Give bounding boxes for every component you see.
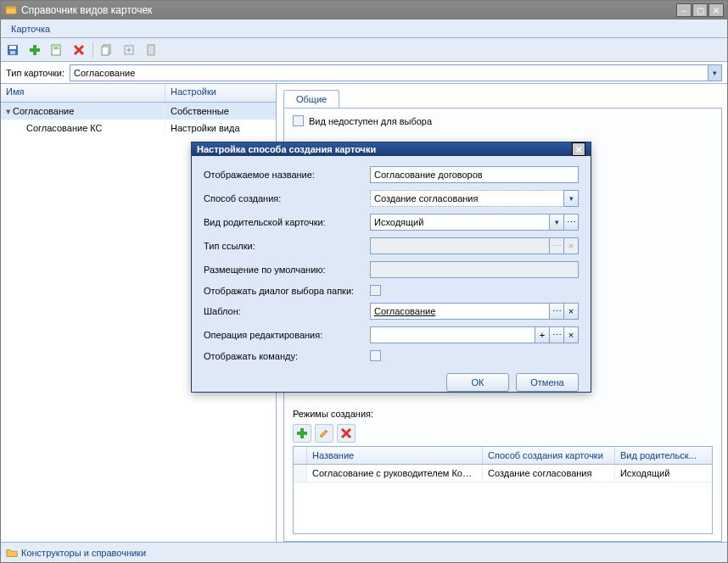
cardtype-value: Согласование (74, 68, 135, 78)
tree-row-name: Согласование (13, 106, 74, 116)
dialog-title: Настройка способа создания карточки (197, 144, 376, 154)
edit-icon[interactable] (48, 42, 65, 59)
tab-general[interactable]: Общие (283, 90, 339, 108)
cardtype-label: Тип карточки: (6, 68, 64, 78)
cancel-button[interactable]: Отмена (516, 373, 579, 392)
unavailable-label: Вид недоступен для выбора (309, 116, 432, 126)
svg-rect-6 (30, 48, 40, 52)
grid-header-name[interactable]: Название (307, 447, 483, 464)
window-controls: – ▢ ✕ (676, 3, 724, 17)
grid-row-marker (294, 465, 307, 482)
grid-header-method[interactable]: Способ создания карточки (483, 447, 615, 464)
edit-op-browse-button[interactable]: ⋯ (549, 326, 564, 343)
edit-op-add-button[interactable]: + (535, 326, 550, 343)
add-icon[interactable] (26, 42, 43, 59)
minimize-button[interactable]: – (676, 3, 692, 17)
grid-filler (294, 482, 712, 533)
grid-cell-parent: Исходящий (615, 465, 712, 482)
folder-icon (6, 547, 18, 559)
tree-header-name[interactable]: Имя (1, 84, 165, 102)
expand-icon[interactable]: ▾ (4, 106, 13, 117)
dialog-buttons: ОК Отмена (192, 366, 591, 402)
modes-grid: Название Способ создания карточки Вид ро… (293, 446, 713, 534)
delete-mode-button[interactable] (337, 424, 356, 443)
modes-label: Режимы создания: (293, 409, 713, 419)
tree-row-name: Согласование КС (26, 123, 103, 133)
parent-browse-button[interactable]: ⋯ (563, 214, 579, 231)
grid-header-parent[interactable]: Вид родительск... (615, 447, 712, 464)
svg-rect-9 (53, 48, 59, 49)
grid-row[interactable]: Согласование с руководителем Коммерческо… (294, 465, 712, 482)
linktype-label: Тип ссылки: (204, 241, 370, 251)
creation-modes-section: Режимы создания: Название Способ создани… (293, 409, 713, 534)
copy-icon[interactable] (98, 42, 115, 59)
svg-rect-3 (9, 46, 16, 49)
grid-header-blank[interactable] (294, 447, 307, 464)
separator (92, 42, 93, 58)
cardtype-row: Тип карточки: Согласование (1, 62, 727, 84)
grid-header: Название Способ создания карточки Вид ро… (294, 447, 712, 465)
tree-row[interactable]: Согласование КС Настройки вида (1, 120, 276, 137)
edit-op-clear-button[interactable]: × (563, 326, 579, 343)
linktype-browse-button: ⋯ (549, 237, 564, 254)
menubar: Карточка (1, 20, 727, 38)
settings-dialog: Настройка способа создания карточки ✕ От… (191, 142, 591, 393)
parent-label: Вид родительской карточки: (204, 217, 370, 227)
display-name-label: Отображаемое название: (204, 170, 370, 180)
dialog-body: Отображаемое название: Согласование дого… (192, 156, 591, 366)
close-button[interactable]: ✕ (708, 3, 724, 17)
titlebar: Справочник видов карточек – ▢ ✕ (1, 1, 727, 20)
svg-rect-1 (6, 7, 16, 9)
checkbox-row: Вид недоступен для выбора (293, 115, 713, 126)
show-folder-label: Отображать диалог выбора папки: (204, 286, 370, 296)
svg-rect-7 (52, 45, 60, 55)
cardtype-combo[interactable]: Согласование (70, 64, 722, 81)
tree-header-settings[interactable]: Настройки (165, 84, 276, 102)
add-mode-button[interactable] (293, 424, 311, 443)
menu-card[interactable]: Карточка (6, 22, 55, 36)
tree-row-settings: Собственные (165, 106, 276, 116)
window-title: Справочник видов карточек (21, 4, 152, 16)
edit-op-input[interactable] (370, 326, 535, 343)
template-label: Шаблон: (204, 306, 370, 316)
dialog-close-button[interactable]: ✕ (572, 142, 585, 156)
save-icon[interactable] (4, 42, 21, 59)
toolbar (1, 38, 727, 62)
footer-constructors[interactable]: Конструкторы и справочники (21, 548, 146, 558)
parent-combo[interactable]: Исходящий (370, 214, 550, 231)
template-clear-button[interactable]: × (563, 303, 579, 320)
parent-dropdown-button[interactable] (549, 214, 564, 231)
placement-label: Размещение по умолчанию: (204, 265, 370, 275)
tree-row[interactable]: ▾ Согласование Собственные (1, 103, 276, 120)
tabstrip: Общие (283, 87, 722, 108)
show-cmd-label: Отображать команду: (204, 351, 370, 361)
ok-button[interactable]: ОК (446, 373, 509, 392)
paste-icon[interactable] (143, 42, 160, 59)
method-label: Способ создания: (204, 193, 370, 203)
footer: Конструкторы и справочники (1, 542, 727, 562)
svg-rect-13 (148, 45, 154, 55)
template-input[interactable]: Согласование (370, 303, 550, 320)
tree-header: Имя Настройки (1, 84, 276, 103)
show-cmd-checkbox[interactable] (370, 350, 381, 361)
template-browse-button[interactable]: ⋯ (549, 303, 564, 320)
linktype-clear-button: × (563, 237, 579, 254)
svg-rect-11 (102, 47, 109, 55)
svg-rect-4 (10, 51, 15, 54)
unavailable-checkbox[interactable] (293, 115, 304, 126)
show-folder-checkbox (370, 285, 381, 296)
display-name-input[interactable]: Согласование договоров (370, 166, 579, 183)
grid-cell-name: Согласование с руководителем Коммерческо… (307, 465, 483, 482)
dialog-titlebar: Настройка способа создания карточки ✕ (192, 142, 591, 156)
maximize-button[interactable]: ▢ (692, 3, 708, 17)
delete-icon[interactable] (70, 42, 87, 59)
method-combo[interactable]: Создание согласования (370, 190, 564, 207)
method-dropdown-button[interactable] (563, 190, 579, 207)
placement-input (370, 261, 579, 278)
edit-op-label: Операция редактирования: (204, 330, 370, 340)
edit-mode-button[interactable] (315, 424, 333, 443)
export-icon[interactable] (120, 42, 137, 59)
chevron-down-icon[interactable] (708, 65, 721, 81)
tree-row-settings: Настройки вида (165, 123, 276, 133)
svg-rect-8 (53, 47, 59, 47)
